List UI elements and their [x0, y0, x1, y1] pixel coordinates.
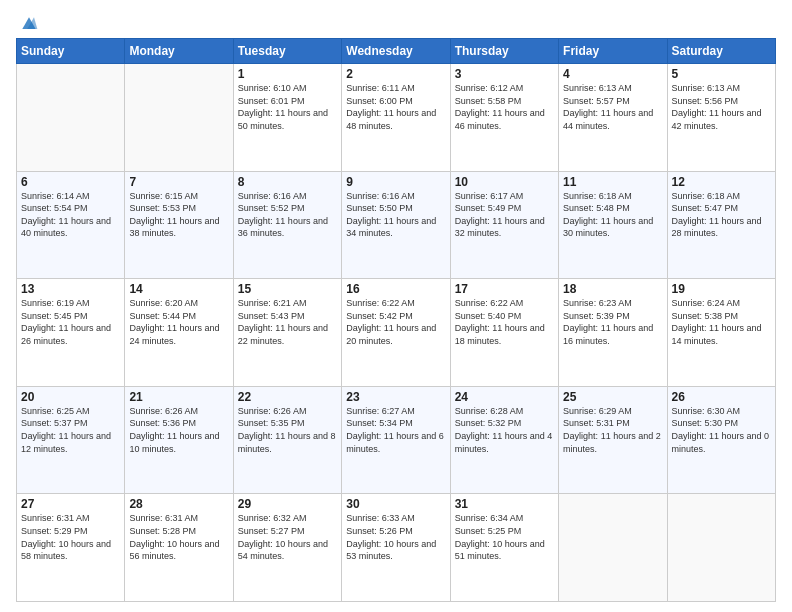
- day-number: 26: [672, 390, 771, 404]
- day-cell: 10Sunrise: 6:17 AM Sunset: 5:49 PM Dayli…: [450, 171, 558, 279]
- day-header-sunday: Sunday: [17, 39, 125, 64]
- day-cell: 20Sunrise: 6:25 AM Sunset: 5:37 PM Dayli…: [17, 386, 125, 494]
- day-info: Sunrise: 6:25 AM Sunset: 5:37 PM Dayligh…: [21, 405, 120, 455]
- day-cell: 22Sunrise: 6:26 AM Sunset: 5:35 PM Dayli…: [233, 386, 341, 494]
- week-row-5: 27Sunrise: 6:31 AM Sunset: 5:29 PM Dayli…: [17, 494, 776, 602]
- day-cell: 9Sunrise: 6:16 AM Sunset: 5:50 PM Daylig…: [342, 171, 450, 279]
- day-info: Sunrise: 6:13 AM Sunset: 5:57 PM Dayligh…: [563, 82, 662, 132]
- day-cell: 14Sunrise: 6:20 AM Sunset: 5:44 PM Dayli…: [125, 279, 233, 387]
- day-number: 2: [346, 67, 445, 81]
- day-info: Sunrise: 6:16 AM Sunset: 5:52 PM Dayligh…: [238, 190, 337, 240]
- day-info: Sunrise: 6:33 AM Sunset: 5:26 PM Dayligh…: [346, 512, 445, 562]
- week-row-1: 1Sunrise: 6:10 AM Sunset: 6:01 PM Daylig…: [17, 64, 776, 172]
- day-number: 10: [455, 175, 554, 189]
- day-number: 22: [238, 390, 337, 404]
- day-cell: 7Sunrise: 6:15 AM Sunset: 5:53 PM Daylig…: [125, 171, 233, 279]
- day-number: 31: [455, 497, 554, 511]
- day-number: 3: [455, 67, 554, 81]
- day-cell: 18Sunrise: 6:23 AM Sunset: 5:39 PM Dayli…: [559, 279, 667, 387]
- day-info: Sunrise: 6:26 AM Sunset: 5:36 PM Dayligh…: [129, 405, 228, 455]
- day-info: Sunrise: 6:18 AM Sunset: 5:47 PM Dayligh…: [672, 190, 771, 240]
- day-cell: 11Sunrise: 6:18 AM Sunset: 5:48 PM Dayli…: [559, 171, 667, 279]
- day-info: Sunrise: 6:15 AM Sunset: 5:53 PM Dayligh…: [129, 190, 228, 240]
- day-cell: 27Sunrise: 6:31 AM Sunset: 5:29 PM Dayli…: [17, 494, 125, 602]
- day-number: 11: [563, 175, 662, 189]
- day-cell: 30Sunrise: 6:33 AM Sunset: 5:26 PM Dayli…: [342, 494, 450, 602]
- day-number: 13: [21, 282, 120, 296]
- day-number: 29: [238, 497, 337, 511]
- day-number: 15: [238, 282, 337, 296]
- day-number: 21: [129, 390, 228, 404]
- day-number: 6: [21, 175, 120, 189]
- day-info: Sunrise: 6:23 AM Sunset: 5:39 PM Dayligh…: [563, 297, 662, 347]
- day-number: 23: [346, 390, 445, 404]
- day-cell: 13Sunrise: 6:19 AM Sunset: 5:45 PM Dayli…: [17, 279, 125, 387]
- day-cell: 31Sunrise: 6:34 AM Sunset: 5:25 PM Dayli…: [450, 494, 558, 602]
- day-number: 7: [129, 175, 228, 189]
- day-cell: 4Sunrise: 6:13 AM Sunset: 5:57 PM Daylig…: [559, 64, 667, 172]
- week-row-2: 6Sunrise: 6:14 AM Sunset: 5:54 PM Daylig…: [17, 171, 776, 279]
- day-cell: 6Sunrise: 6:14 AM Sunset: 5:54 PM Daylig…: [17, 171, 125, 279]
- day-info: Sunrise: 6:18 AM Sunset: 5:48 PM Dayligh…: [563, 190, 662, 240]
- day-cell: 16Sunrise: 6:22 AM Sunset: 5:42 PM Dayli…: [342, 279, 450, 387]
- day-number: 17: [455, 282, 554, 296]
- day-info: Sunrise: 6:20 AM Sunset: 5:44 PM Dayligh…: [129, 297, 228, 347]
- day-number: 1: [238, 67, 337, 81]
- day-info: Sunrise: 6:34 AM Sunset: 5:25 PM Dayligh…: [455, 512, 554, 562]
- day-cell: [559, 494, 667, 602]
- day-cell: 21Sunrise: 6:26 AM Sunset: 5:36 PM Dayli…: [125, 386, 233, 494]
- day-info: Sunrise: 6:11 AM Sunset: 6:00 PM Dayligh…: [346, 82, 445, 132]
- day-info: Sunrise: 6:16 AM Sunset: 5:50 PM Dayligh…: [346, 190, 445, 240]
- calendar-table: SundayMondayTuesdayWednesdayThursdayFrid…: [16, 38, 776, 602]
- day-cell: 8Sunrise: 6:16 AM Sunset: 5:52 PM Daylig…: [233, 171, 341, 279]
- day-info: Sunrise: 6:32 AM Sunset: 5:27 PM Dayligh…: [238, 512, 337, 562]
- day-info: Sunrise: 6:13 AM Sunset: 5:56 PM Dayligh…: [672, 82, 771, 132]
- day-info: Sunrise: 6:28 AM Sunset: 5:32 PM Dayligh…: [455, 405, 554, 455]
- day-number: 16: [346, 282, 445, 296]
- day-info: Sunrise: 6:10 AM Sunset: 6:01 PM Dayligh…: [238, 82, 337, 132]
- day-cell: 26Sunrise: 6:30 AM Sunset: 5:30 PM Dayli…: [667, 386, 775, 494]
- header: [16, 10, 776, 34]
- day-number: 24: [455, 390, 554, 404]
- day-cell: [667, 494, 775, 602]
- day-header-friday: Friday: [559, 39, 667, 64]
- day-info: Sunrise: 6:31 AM Sunset: 5:29 PM Dayligh…: [21, 512, 120, 562]
- day-info: Sunrise: 6:29 AM Sunset: 5:31 PM Dayligh…: [563, 405, 662, 455]
- day-number: 8: [238, 175, 337, 189]
- day-info: Sunrise: 6:31 AM Sunset: 5:28 PM Dayligh…: [129, 512, 228, 562]
- day-cell: 28Sunrise: 6:31 AM Sunset: 5:28 PM Dayli…: [125, 494, 233, 602]
- day-cell: 19Sunrise: 6:24 AM Sunset: 5:38 PM Dayli…: [667, 279, 775, 387]
- day-cell: 2Sunrise: 6:11 AM Sunset: 6:00 PM Daylig…: [342, 64, 450, 172]
- week-row-3: 13Sunrise: 6:19 AM Sunset: 5:45 PM Dayli…: [17, 279, 776, 387]
- day-cell: 23Sunrise: 6:27 AM Sunset: 5:34 PM Dayli…: [342, 386, 450, 494]
- day-info: Sunrise: 6:22 AM Sunset: 5:40 PM Dayligh…: [455, 297, 554, 347]
- day-number: 4: [563, 67, 662, 81]
- logo: [16, 14, 39, 34]
- week-row-4: 20Sunrise: 6:25 AM Sunset: 5:37 PM Dayli…: [17, 386, 776, 494]
- header-row: SundayMondayTuesdayWednesdayThursdayFrid…: [17, 39, 776, 64]
- day-cell: 5Sunrise: 6:13 AM Sunset: 5:56 PM Daylig…: [667, 64, 775, 172]
- day-header-tuesday: Tuesday: [233, 39, 341, 64]
- day-number: 20: [21, 390, 120, 404]
- day-number: 14: [129, 282, 228, 296]
- day-header-thursday: Thursday: [450, 39, 558, 64]
- page: SundayMondayTuesdayWednesdayThursdayFrid…: [0, 0, 792, 612]
- day-info: Sunrise: 6:21 AM Sunset: 5:43 PM Dayligh…: [238, 297, 337, 347]
- day-info: Sunrise: 6:17 AM Sunset: 5:49 PM Dayligh…: [455, 190, 554, 240]
- day-header-wednesday: Wednesday: [342, 39, 450, 64]
- day-cell: 17Sunrise: 6:22 AM Sunset: 5:40 PM Dayli…: [450, 279, 558, 387]
- day-cell: 25Sunrise: 6:29 AM Sunset: 5:31 PM Dayli…: [559, 386, 667, 494]
- day-number: 5: [672, 67, 771, 81]
- day-cell: 15Sunrise: 6:21 AM Sunset: 5:43 PM Dayli…: [233, 279, 341, 387]
- day-info: Sunrise: 6:26 AM Sunset: 5:35 PM Dayligh…: [238, 405, 337, 455]
- day-info: Sunrise: 6:27 AM Sunset: 5:34 PM Dayligh…: [346, 405, 445, 455]
- day-header-saturday: Saturday: [667, 39, 775, 64]
- day-info: Sunrise: 6:19 AM Sunset: 5:45 PM Dayligh…: [21, 297, 120, 347]
- day-cell: [17, 64, 125, 172]
- day-cell: 24Sunrise: 6:28 AM Sunset: 5:32 PM Dayli…: [450, 386, 558, 494]
- day-number: 25: [563, 390, 662, 404]
- day-info: Sunrise: 6:12 AM Sunset: 5:58 PM Dayligh…: [455, 82, 554, 132]
- day-cell: [125, 64, 233, 172]
- day-cell: 12Sunrise: 6:18 AM Sunset: 5:47 PM Dayli…: [667, 171, 775, 279]
- day-info: Sunrise: 6:30 AM Sunset: 5:30 PM Dayligh…: [672, 405, 771, 455]
